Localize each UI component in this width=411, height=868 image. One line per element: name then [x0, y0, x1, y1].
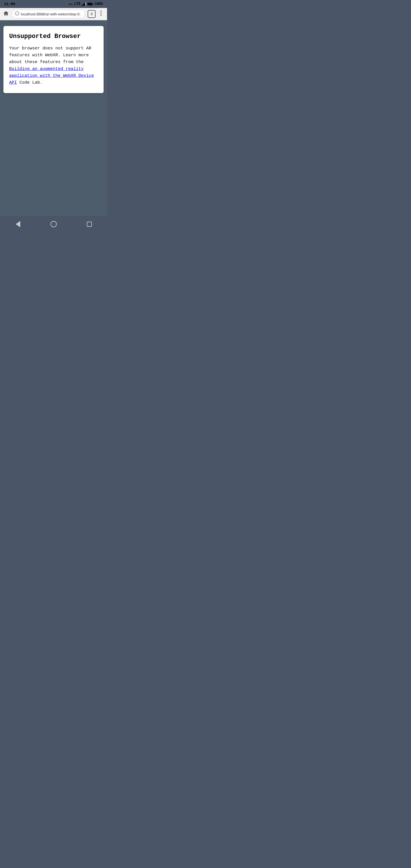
status-time: 11:00 [4, 2, 15, 6]
back-icon [16, 221, 20, 227]
svg-point-7 [100, 12, 102, 14]
card-body-text-1: Your browser does not support AR feature… [9, 46, 91, 65]
unsupported-browser-card: Unsupported Browser Your browser does no… [3, 26, 104, 93]
address-text: localhost:8888/ar-with-webxr/step-0: [21, 12, 81, 16]
browser-chrome: i localhost:8888/ar-with-webxr/step-0: 3 [0, 8, 107, 20]
svg-rect-2 [84, 3, 85, 6]
card-title: Unsupported Browser [9, 33, 98, 40]
signal-icon [82, 2, 86, 6]
svg-point-8 [100, 14, 102, 16]
browser-home-icon[interactable] [3, 10, 9, 18]
recents-button[interactable] [84, 218, 95, 230]
bottom-nav [0, 218, 107, 232]
status-bar: 11:00 ▾▴ LTE 100% [0, 0, 107, 8]
back-button[interactable] [12, 218, 24, 230]
card-body-text-2: Code Lab. [17, 80, 42, 85]
svg-text:i: i [17, 12, 18, 15]
wifi-icon: ▾▴ [68, 2, 73, 6]
tab-count[interactable]: 3 [88, 10, 96, 18]
svg-rect-0 [82, 5, 83, 6]
recents-icon [87, 222, 92, 227]
address-bar[interactable]: i localhost:8888/ar-with-webxr/step-0: [11, 10, 85, 18]
home-button[interactable] [48, 218, 59, 230]
menu-icon[interactable] [98, 10, 104, 18]
lte-label: LTE [74, 2, 81, 6]
battery-label: 100% [95, 2, 103, 6]
svg-rect-3 [85, 2, 86, 6]
home-icon [51, 221, 57, 227]
card-body: Your browser does not support AR feature… [9, 45, 98, 86]
battery-icon [87, 3, 93, 5]
info-icon: i [15, 11, 19, 17]
status-icons: ▾▴ LTE 100% [68, 2, 103, 6]
svg-point-6 [100, 10, 102, 12]
page-content: Unsupported Browser Your browser does no… [0, 20, 107, 216]
svg-rect-1 [83, 4, 84, 6]
